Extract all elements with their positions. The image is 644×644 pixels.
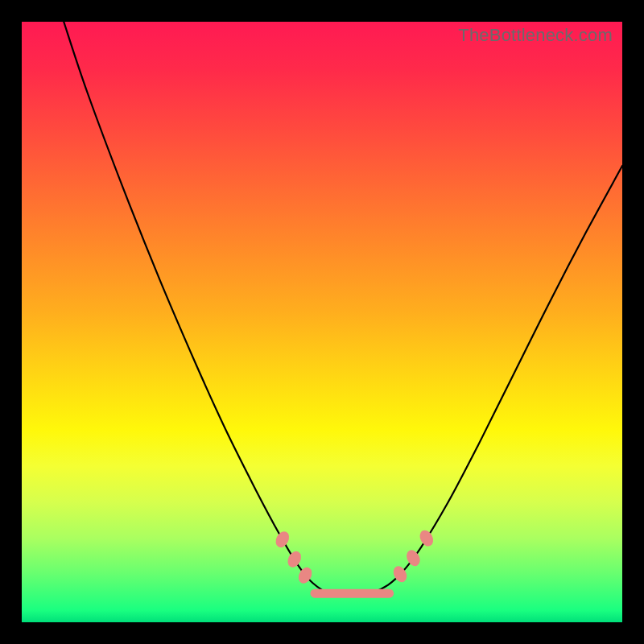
watermark-text: TheBottleneck.com (458, 25, 613, 46)
curve-path (64, 22, 622, 596)
markers-group (273, 528, 436, 586)
curve-marker (417, 528, 436, 549)
curve-marker (285, 549, 303, 570)
chart-frame: TheBottleneck.com (0, 0, 644, 644)
curve-marker (404, 547, 423, 568)
curve-marker (273, 529, 291, 550)
chart-curve-svg (22, 22, 622, 622)
chart-plot-area: TheBottleneck.com (22, 22, 622, 622)
